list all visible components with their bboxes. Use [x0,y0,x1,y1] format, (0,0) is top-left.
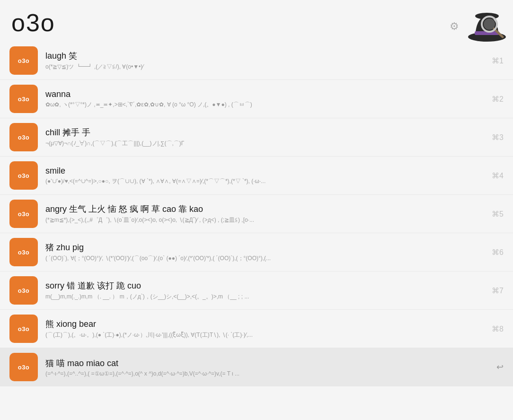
list-item[interactable]: o3osorry 错 道歉 该打 跪 cuom(__)m,m(._.)m,m （… [0,271,513,310]
item-subtitle: (=^·ι·^=),(=^..^=),( =①ω①=),(=^·^=),o(^ … [45,370,489,377]
item-shortcut: ⌘6 [492,248,504,257]
item-icon: o3o [9,315,38,343]
item-content: 猫 喵 mao miao cat(=^·ι·^=),(=^..^=),( =①ω… [45,358,489,377]
item-icon-text: o3o [18,325,30,332]
item-icon-text: o3o [18,249,30,256]
item-shortcut: ⌘3 [492,133,504,142]
item-shortcut: ⌘4 [492,171,504,180]
item-content: wanna✿ω✿, ヽ(*°▽°*)ノ ,≖_≖✦,>⊞<,`∇´,✿ε✿,✿∪… [45,89,484,109]
list-item[interactable]: o3olaugh 笑o(*≧▽≦)ツ ┗━┛ ,(／≧▽≦/), ∀(o•▼•)… [0,42,513,80]
gear-icon[interactable]: ⚙ [450,20,459,33]
list-container: o3olaugh 笑o(*≧▽≦)ツ ┗━┛ ,(／≧▽≦/), ∀(o•▼•)… [0,42,513,386]
list-item[interactable]: o3o熊 xiong bear(⌒(工)⌒),(。·ω·。),(● `(工)·●… [0,310,513,348]
item-content: laugh 笑o(*≧▽≦)ツ ┗━┛ ,(／≧▽≦/), ∀(o•▼•)∕ [45,50,484,71]
item-content: smile(●'∪'●)/♥,<(=^∪^=)>,○●○, ヲ(⌒∪∪), (∀… [45,166,484,185]
item-icon-text: o3o [18,210,30,218]
item-icon: o3o [9,200,38,228]
item-shortcut: ⌘1 [492,56,504,65]
item-content: sorry 错 道歉 该打 跪 cuom(__)m,m(._.)m,m （. _… [45,280,484,301]
list-item[interactable]: o3owanna✿ω✿, ヽ(*°▽°*)ノ ,≖_≖✦,>⊞<,`∇´,✿ε✿… [0,80,513,118]
item-icon-text: o3o [18,172,30,179]
item-subtitle: (●'∪'●)/♥,<(=^∪^=)>,○●○, ヲ(⌒∪∪), (∀ `*),… [45,177,484,185]
app-container: o3o ⚙ o3ola [0,0,513,420]
item-icon-text: o3o [18,364,30,371]
list-item[interactable]: o3o猪 zhu pig( ´(OO)´), ∀(；°(OO)°)∕, ∖(*'… [0,233,513,271]
list-item[interactable]: o3oangry 生气 上火 恼 怒 疯 啊 草 cao 靠 kao(*≧m≦*… [0,195,513,233]
item-icon: o3o [9,161,38,190]
item-title: wanna [45,89,484,99]
item-subtitle: o(*≧▽≦)ツ ┗━┛ ,(／≧▽≦/), ∀(o•▼•)∕ [45,63,484,71]
item-subtitle: ✿ω✿, ヽ(*°▽°*)ノ ,≖_≖✦,>⊞<,`∇´,✿ε✿,✿∪✿, ∀ … [45,101,484,109]
item-icon: o3o [9,238,38,266]
header: o3o [0,0,513,42]
item-icon-text: o3o [18,57,30,64]
item-icon-text: o3o [18,96,30,103]
list-item[interactable]: o3ochill 摊手 手¬(μ▽∀)¬∩(ﾉ_∀)∩,(⌒▽⌒),(⌒工⌒||… [0,118,513,157]
item-shortcut: ⌘2 [492,95,504,104]
item-title: 猫 喵 mao miao cat [45,358,489,369]
list-item[interactable]: o3o猫 喵 mao miao cat(=^·ι·^=),(=^..^=),( … [0,348,513,386]
item-title: sorry 错 道歉 该打 跪 cuo [45,280,484,291]
return-icon: ↩ [496,362,504,372]
item-title: chill 摊手 手 [45,127,484,138]
item-title: 熊 xiong bear [45,318,484,330]
item-subtitle: m(__)m,m(._.)m,m （. __. ） m，(ノд`)，(シ__)シ… [45,293,484,301]
item-icon: o3o [9,46,38,75]
app-title: o3o [11,9,55,37]
item-content: 熊 xiong bear(⌒(工)⌒),(。·ω·。),(● `(工)·●),(… [45,318,484,339]
item-title: angry 生气 上火 恼 怒 疯 啊 草 cao 靠 kao [45,203,484,215]
item-title: 猪 zhu pig [45,242,484,253]
item-icon: o3o [9,353,38,381]
svg-point-5 [484,18,495,30]
item-icon: o3o [9,123,38,151]
item-icon: o3o [9,276,38,305]
item-shortcut: ⌘7 [492,286,504,295]
item-content: 猪 zhu pig( ´(OO)´), ∀(；°(OO)°)∕, ∖(*'(OO… [45,242,484,262]
item-title: laugh 笑 [45,50,484,61]
item-icon: o3o [9,85,38,113]
item-shortcut: ⌘8 [492,324,504,333]
item-title: smile [45,166,484,176]
item-content: angry 生气 上火 恼 怒 疯 啊 草 cao 靠 kao(*≧m≦*),(… [45,203,484,224]
item-subtitle: ¬(μ▽∀)¬∩(ﾉ_∀)∩,(⌒▽⌒),(⌒工⌒|||),(__)ノ|,∑(⌒… [45,140,484,148]
logo-icon [466,3,508,45]
item-subtitle: (⌒(工)⌒),(。·ω·。),(● `(工)·●),(*ノ·ω·）,川|·ω·… [45,331,484,339]
item-subtitle: (*≧m≦*),(>_<),(,,#゜Д゜), ∖(o`皿´o)∕,o(><)o… [45,216,484,224]
item-subtitle: ( ´(OO)´), ∀(；°(OO)°)∕, ∖(*'(OO)')∕,(⌒(o… [45,254,484,262]
item-icon-text: o3o [18,287,30,294]
item-shortcut: ⌘5 [492,210,504,219]
hat-svg [466,3,508,45]
item-content: chill 摊手 手¬(μ▽∀)¬∩(ﾉ_∀)∩,(⌒▽⌒),(⌒工⌒|||),… [45,127,484,148]
top-right-controls: ⚙ [450,8,504,45]
list-item[interactable]: o3osmile(●'∪'●)/♥,<(=^∪^=)>,○●○, ヲ(⌒∪∪),… [0,157,513,195]
item-icon-text: o3o [18,134,30,141]
